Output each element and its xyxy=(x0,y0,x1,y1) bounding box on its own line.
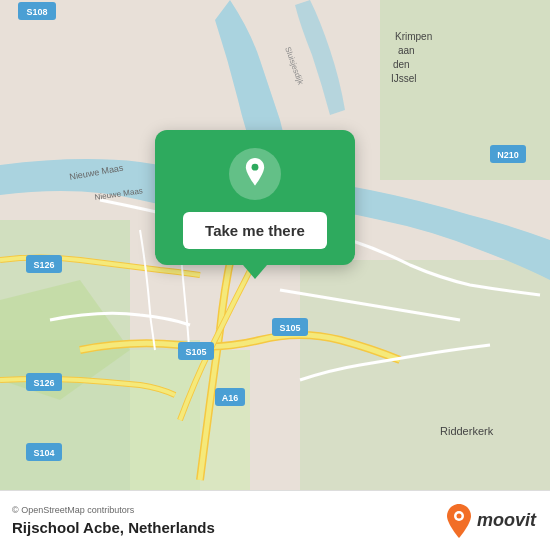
svg-text:Ridderkerk: Ridderkerk xyxy=(440,425,494,437)
svg-text:S105: S105 xyxy=(279,323,300,333)
moovit-pin-icon xyxy=(445,504,473,538)
take-me-there-button[interactable]: Take me there xyxy=(183,212,327,249)
svg-rect-5 xyxy=(130,350,250,490)
svg-text:IJssel: IJssel xyxy=(391,73,417,84)
location-icon-container xyxy=(229,148,281,200)
svg-text:den: den xyxy=(393,59,410,70)
svg-text:Krimpen: Krimpen xyxy=(395,31,432,42)
bottom-bar: © OpenStreetMap contributors Rijschool A… xyxy=(0,490,550,550)
location-name: Rijschool Acbe, Netherlands xyxy=(12,519,215,536)
location-pin-icon xyxy=(241,158,269,190)
popup-card: Take me there xyxy=(155,130,355,265)
svg-text:S126: S126 xyxy=(33,378,54,388)
svg-text:S108: S108 xyxy=(26,7,47,17)
svg-point-35 xyxy=(456,513,461,518)
osm-credit: © OpenStreetMap contributors xyxy=(12,505,215,515)
moovit-logo-icon xyxy=(445,504,473,538)
map-container: S108 A16 A16 S105 S105 S126 S126 S104 N2… xyxy=(0,0,550,490)
svg-text:aan: aan xyxy=(398,45,415,56)
svg-text:S126: S126 xyxy=(33,260,54,270)
svg-point-33 xyxy=(252,164,259,171)
svg-rect-3 xyxy=(300,260,550,490)
svg-text:A16: A16 xyxy=(222,393,239,403)
svg-text:S104: S104 xyxy=(33,448,54,458)
bottom-left: © OpenStreetMap contributors Rijschool A… xyxy=(12,505,215,536)
svg-text:S105: S105 xyxy=(185,347,206,357)
moovit-text: moovit xyxy=(477,510,536,531)
moovit-logo: moovit xyxy=(445,504,536,538)
svg-text:N210: N210 xyxy=(497,150,519,160)
